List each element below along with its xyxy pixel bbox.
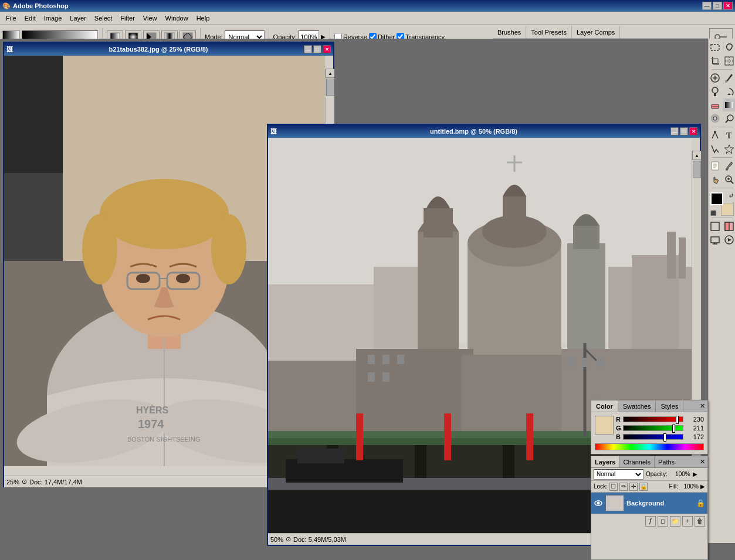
- layer-comps-tab[interactable]: Layer Comps: [572, 26, 620, 38]
- new-layer-btn[interactable]: +: [682, 516, 693, 527]
- svg-rect-88: [725, 57, 733, 65]
- menu-filter[interactable]: Filter: [117, 13, 138, 23]
- menu-file[interactable]: File: [2, 13, 20, 23]
- tool-presets-tab[interactable]: Tool Presets: [526, 26, 572, 38]
- layers-panel-close[interactable]: ✕: [697, 458, 707, 466]
- path-selection-tool[interactable]: [709, 142, 722, 155]
- add-layer-style-btn[interactable]: ƒ: [645, 516, 656, 527]
- paths-tab[interactable]: Paths: [655, 456, 678, 467]
- shape-tool-icon: [724, 144, 734, 154]
- amsterdam-zoom-icon[interactable]: ⊙: [286, 535, 291, 543]
- hand-tool[interactable]: [709, 173, 722, 186]
- portrait-maximize-btn[interactable]: □: [313, 45, 321, 53]
- background-layer-row[interactable]: Background 🔒: [591, 493, 707, 514]
- layer-name: Background: [626, 500, 694, 507]
- shape-tool[interactable]: [723, 142, 736, 155]
- lock-image-btn[interactable]: ✏: [619, 483, 628, 491]
- g-slider[interactable]: [623, 425, 683, 431]
- spot-healing-tool[interactable]: [709, 72, 722, 84]
- new-group-btn[interactable]: 📁: [670, 516, 680, 527]
- lasso-tool[interactable]: [723, 41, 736, 54]
- imageready-icon: [724, 235, 734, 245]
- svg-marker-123: [728, 238, 731, 242]
- pen-tool[interactable]: [709, 129, 722, 142]
- color-large-swatch[interactable]: [595, 416, 614, 435]
- styles-tab[interactable]: Styles: [656, 401, 683, 412]
- rectangular-marquee-tool[interactable]: [709, 41, 722, 54]
- maximize-button[interactable]: □: [713, 2, 722, 10]
- menu-help[interactable]: Help: [193, 13, 214, 23]
- menu-window[interactable]: Window: [162, 13, 192, 23]
- menu-select[interactable]: Select: [91, 13, 116, 23]
- lasso-icon: [724, 42, 734, 53]
- delete-layer-btn[interactable]: 🗑: [695, 516, 705, 527]
- blur-tool[interactable]: [709, 112, 722, 125]
- channels-tab[interactable]: Channels: [619, 456, 654, 467]
- marquee-tools: [709, 41, 736, 54]
- portrait-minimize-btn[interactable]: —: [304, 45, 312, 53]
- zoom-tool[interactable]: [723, 173, 736, 186]
- foreground-color-swatch[interactable]: [710, 192, 723, 205]
- color-swatch-group: ⇄ ⬛: [710, 192, 734, 216]
- lock-all-btn[interactable]: 🔒: [639, 483, 648, 491]
- add-mask-btn[interactable]: ◻: [658, 516, 668, 527]
- svg-line-113: [731, 181, 733, 184]
- slice-tool[interactable]: [723, 55, 736, 67]
- type-tool[interactable]: T: [723, 129, 736, 142]
- crop-tool[interactable]: [709, 55, 722, 67]
- eye-icon: [594, 500, 602, 507]
- b-slider[interactable]: [623, 434, 683, 440]
- svg-rect-48: [667, 232, 676, 279]
- dodge-tool[interactable]: [723, 112, 736, 125]
- menu-edit[interactable]: Edit: [21, 13, 39, 23]
- layers-tab[interactable]: Layers: [591, 456, 619, 467]
- r-thumb[interactable]: [676, 416, 679, 424]
- g-thumb[interactable]: [672, 425, 675, 433]
- close-button[interactable]: ✕: [723, 2, 733, 10]
- minimize-button[interactable]: —: [702, 2, 712, 10]
- screen-mode-btn[interactable]: [709, 233, 722, 246]
- color-tab[interactable]: Color: [591, 401, 618, 412]
- switch-colors-btn[interactable]: ⇄: [729, 192, 734, 198]
- layers-tab-label: Layers: [595, 459, 615, 466]
- eyedropper-tool[interactable]: [723, 159, 736, 172]
- color-panel-close[interactable]: ✕: [697, 402, 707, 410]
- amsterdam-scroll-thumb-v[interactable]: [693, 161, 701, 178]
- layer-visibility-toggle[interactable]: [594, 498, 603, 508]
- layers-mode-select[interactable]: Normal: [594, 469, 643, 480]
- portrait-scroll-up[interactable]: ▲: [326, 69, 334, 78]
- r-slider[interactable]: [623, 416, 683, 422]
- amsterdam-scroll-up[interactable]: ▲: [692, 151, 701, 160]
- notes-tool[interactable]: [709, 159, 722, 172]
- portrait-zoom-icon[interactable]: ⊙: [22, 478, 27, 486]
- imageready-btn[interactable]: [723, 233, 736, 246]
- amsterdam-window-controls: — □ ✕: [670, 127, 697, 135]
- brushes-tab[interactable]: Brushes: [493, 26, 526, 38]
- menu-image[interactable]: Image: [40, 13, 66, 23]
- layers-opacity-value: 100%: [670, 471, 690, 477]
- amsterdam-minimize-btn[interactable]: —: [670, 127, 679, 135]
- menu-layer[interactable]: Layer: [66, 13, 90, 23]
- color-spectrum[interactable]: [595, 443, 704, 450]
- amsterdam-maximize-btn[interactable]: □: [680, 127, 688, 135]
- b-thumb[interactable]: [663, 433, 666, 442]
- portrait-window-controls: — □ ✕: [304, 45, 331, 53]
- standard-mode-btn[interactable]: [709, 220, 722, 233]
- eraser-tool[interactable]: [709, 99, 722, 111]
- menu-view[interactable]: View: [140, 13, 161, 23]
- layers-opacity-arrows[interactable]: ▶: [693, 471, 697, 477]
- gradient-tool[interactable]: [723, 99, 736, 111]
- swatches-tab[interactable]: Swatches: [618, 401, 656, 412]
- portrait-close-btn[interactable]: ✕: [323, 45, 331, 53]
- fill-arrows[interactable]: ▶: [700, 483, 705, 490]
- clone-stamp-tool[interactable]: [709, 85, 722, 98]
- portrait-scroll-thumb-v[interactable]: [326, 79, 334, 96]
- amsterdam-close-btn[interactable]: ✕: [689, 127, 697, 135]
- b-value: 172: [685, 433, 704, 440]
- lock-position-btn[interactable]: ✛: [629, 483, 638, 491]
- reset-colors-btn[interactable]: ⬛: [710, 211, 716, 216]
- lock-transparent-btn[interactable]: ☐: [609, 483, 618, 491]
- quick-mask-btn[interactable]: [723, 220, 736, 233]
- brush-tool[interactable]: [723, 72, 736, 84]
- history-brush-tool[interactable]: [723, 85, 736, 98]
